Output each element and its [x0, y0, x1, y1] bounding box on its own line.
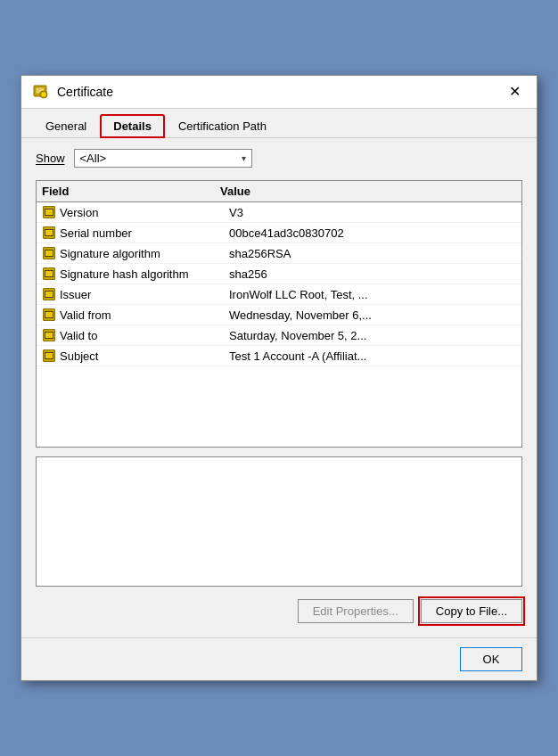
value-cell: IronWolf LLC Root, Test, ...: [229, 288, 516, 301]
dialog-icon: [32, 83, 50, 101]
tab-content: Show <All> ▾ Field Value VersionV3Serial…: [21, 138, 537, 637]
table-body: VersionV3Serial number00bce41ad3c0830702…: [37, 202, 521, 447]
table-row[interactable]: Serial number00bce41ad3c0830702: [37, 223, 521, 243]
value-cell: sha256RSA: [229, 247, 516, 260]
title-bar: Certificate ✕: [21, 76, 537, 109]
value-cell: 00bce41ad3c0830702: [229, 226, 516, 240]
field-cell: Subject: [60, 349, 229, 363]
value-cell: Test 1 Account -A (Affiliat...: [229, 349, 516, 363]
show-label: Show: [36, 152, 65, 165]
field-cell: Version: [60, 206, 229, 219]
field-cell: Signature algorithm: [60, 247, 229, 260]
field-cell: Issuer: [60, 288, 229, 301]
cert-row-icon: [42, 349, 56, 363]
ok-button[interactable]: OK: [460, 647, 522, 671]
field-cell: Serial number: [60, 226, 229, 240]
cert-row-icon: [42, 267, 56, 281]
close-button[interactable]: ✕: [504, 83, 526, 101]
svg-point-3: [42, 93, 46, 97]
detail-area: [36, 456, 522, 587]
value-cell: Wednesday, November 6,...: [229, 308, 516, 322]
dialog-title: Certificate: [57, 85, 504, 99]
cert-row-icon: [42, 226, 56, 240]
cert-row-icon: [42, 287, 56, 301]
value-cell: Saturday, November 5, 2...: [229, 329, 516, 342]
field-cell: Valid from: [60, 308, 229, 322]
show-dropdown[interactable]: <All> ▾: [74, 149, 252, 168]
table-row[interactable]: Signature hash algorithmsha256: [37, 264, 521, 284]
tab-details[interactable]: Details: [100, 114, 165, 138]
table-row[interactable]: Signature algorithmsha256RSA: [37, 243, 521, 264]
action-buttons-row: Edit Properties... Copy to File...: [36, 596, 522, 627]
field-cell: Signature hash algorithm: [60, 267, 229, 281]
show-row: Show <All> ▾: [36, 149, 522, 168]
tab-certification-path[interactable]: Certification Path: [165, 114, 280, 138]
tabs-container: General Details Certification Path: [21, 109, 537, 138]
cert-row-icon: [42, 205, 56, 219]
table-header: Field Value: [37, 181, 521, 202]
chevron-down-icon: ▾: [242, 153, 246, 163]
cert-row-icon: [42, 308, 56, 322]
table-row[interactable]: Valid toSaturday, November 5, 2...: [37, 325, 521, 346]
cert-row-icon: [42, 328, 56, 342]
column-field: Field: [42, 185, 220, 198]
footer: OK: [21, 637, 537, 680]
table-row[interactable]: IssuerIronWolf LLC Root, Test, ...: [37, 284, 521, 305]
value-cell: sha256: [229, 267, 516, 281]
edit-properties-button[interactable]: Edit Properties...: [298, 599, 414, 623]
field-cell: Valid to: [60, 329, 229, 342]
copy-to-file-button[interactable]: Copy to File...: [421, 599, 522, 623]
tab-general[interactable]: General: [32, 114, 100, 138]
table-row[interactable]: VersionV3: [37, 202, 521, 223]
cert-row-icon: [42, 246, 56, 260]
value-cell: V3: [229, 206, 516, 219]
certificate-dialog: Certificate ✕ General Details Certificat…: [21, 75, 537, 681]
column-value: Value: [220, 185, 516, 198]
table-row[interactable]: SubjectTest 1 Account -A (Affiliat...: [37, 346, 521, 366]
show-value: <All>: [80, 152, 107, 165]
certificate-table: Field Value VersionV3Serial number00bce4…: [36, 180, 522, 448]
table-row[interactable]: Valid fromWednesday, November 6,...: [37, 305, 521, 325]
